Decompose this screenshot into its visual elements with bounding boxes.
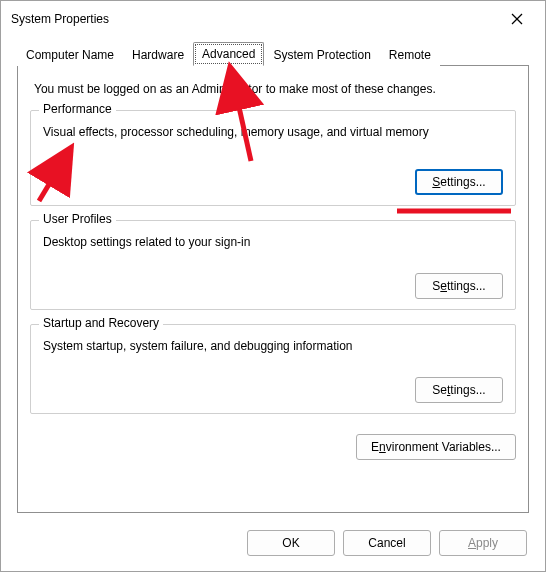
admin-note: You must be logged on as an Administrato… xyxy=(34,82,516,96)
group-startup-recovery: Startup and Recovery System startup, sys… xyxy=(30,324,516,414)
tabs: Computer Name Hardware Advanced System P… xyxy=(17,41,529,65)
group-user-profiles-desc: Desktop settings related to your sign-in xyxy=(43,235,503,249)
dialog-footer: OK Cancel Apply xyxy=(1,523,545,571)
group-performance-desc: Visual effects, processor scheduling, me… xyxy=(43,125,503,139)
system-properties-window: System Properties Computer Name Hardware… xyxy=(0,0,546,572)
group-startup-recovery-legend: Startup and Recovery xyxy=(39,316,163,330)
tab-advanced[interactable]: Advanced xyxy=(193,42,264,66)
apply-button[interactable]: Apply xyxy=(439,530,527,556)
group-user-profiles: User Profiles Desktop settings related t… xyxy=(30,220,516,310)
close-icon xyxy=(511,13,523,25)
group-startup-recovery-desc: System startup, system failure, and debu… xyxy=(43,339,503,353)
tab-remote[interactable]: Remote xyxy=(380,43,440,66)
titlebar: System Properties xyxy=(1,1,545,37)
tab-hardware[interactable]: Hardware xyxy=(123,43,193,66)
group-performance-legend: Performance xyxy=(39,102,116,116)
window-title: System Properties xyxy=(11,12,499,26)
group-performance: Performance Visual effects, processor sc… xyxy=(30,110,516,206)
cancel-button[interactable]: Cancel xyxy=(343,530,431,556)
user-profiles-settings-button[interactable]: Settings... xyxy=(415,273,503,299)
performance-settings-button[interactable]: Settings... xyxy=(415,169,503,195)
group-user-profiles-legend: User Profiles xyxy=(39,212,116,226)
ok-button[interactable]: OK xyxy=(247,530,335,556)
tab-advanced-page: You must be logged on as an Administrato… xyxy=(17,65,529,513)
tab-system-protection[interactable]: System Protection xyxy=(264,43,379,66)
close-button[interactable] xyxy=(499,5,535,33)
startup-recovery-settings-button[interactable]: Settings... xyxy=(415,377,503,403)
tab-computer-name[interactable]: Computer Name xyxy=(17,43,123,66)
environment-variables-button[interactable]: Environment Variables... xyxy=(356,434,516,460)
